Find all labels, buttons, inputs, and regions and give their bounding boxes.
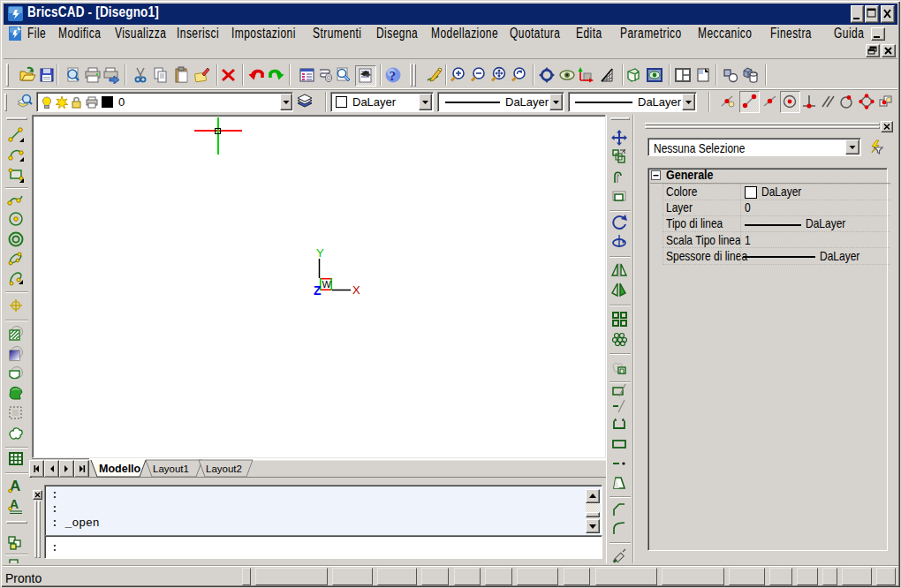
svg-text:Layout2: Layout2 [206, 464, 242, 474]
svg-text:Layout1: Layout1 [153, 464, 189, 474]
svg-text:?: ? [390, 69, 397, 83]
svg-text:Y: Y [316, 246, 324, 260]
svg-text:Modello: Modello [99, 463, 141, 475]
svg-text:X: X [352, 283, 360, 297]
svg-text:Z: Z [314, 283, 322, 297]
svg-text:W: W [322, 279, 332, 290]
